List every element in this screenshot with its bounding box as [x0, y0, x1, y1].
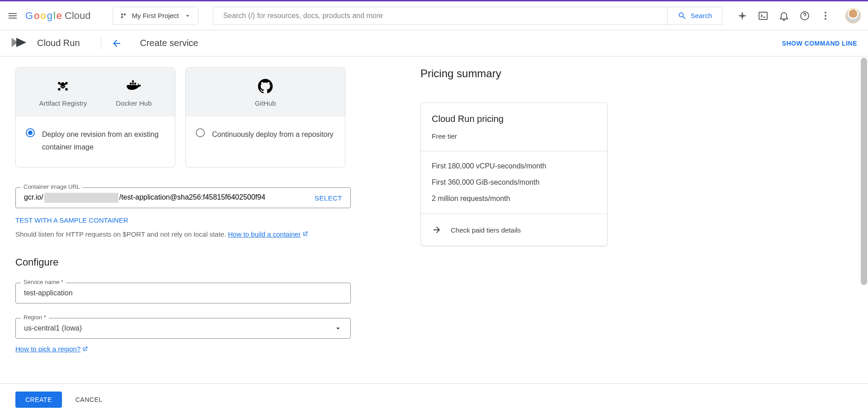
cloud-shell-icon[interactable] — [758, 10, 769, 21]
search-icon — [678, 11, 687, 20]
caret-down-icon — [334, 324, 342, 333]
svg-rect-15 — [132, 80, 134, 82]
page-scrollbar[interactable] — [861, 58, 867, 382]
redacted-project-id — [44, 193, 118, 203]
option-continuous-deploy[interactable]: Continuously deploy from a repository — [186, 117, 345, 154]
container-image-url-label: Container image URL — [21, 183, 83, 190]
svg-rect-14 — [134, 83, 136, 84]
source-artifact-registry: Artifact Registry — [39, 78, 87, 107]
more-options-icon[interactable] — [820, 10, 831, 21]
container-hint: Should listen for HTTP requests on $PORT… — [15, 229, 351, 239]
pricing-row: First 360,000 GiB-seconds/month — [432, 178, 596, 187]
how-to-pick-region-link[interactable]: How to pick a region? — [15, 345, 88, 353]
help-icon[interactable] — [799, 10, 810, 21]
test-sample-container-link[interactable]: TEST WITH A SAMPLE CONTAINER — [15, 216, 351, 224]
artifact-registry-icon — [56, 78, 70, 95]
region-select[interactable]: us-central1 (Iowa) — [15, 318, 351, 339]
pricing-free-tier: Free tier — [432, 132, 596, 140]
arrow-right-icon — [432, 225, 442, 235]
project-name: My First Project — [132, 12, 179, 19]
show-command-line-button[interactable]: SHOW COMMAND LINE — [782, 40, 857, 47]
docker-icon — [125, 78, 143, 95]
gemini-icon[interactable] — [737, 10, 748, 21]
radio-unselected-icon — [196, 128, 205, 137]
svg-rect-13 — [132, 83, 134, 84]
external-link-icon — [82, 346, 88, 352]
cloud-run-icon — [11, 37, 27, 50]
container-image-url-field[interactable]: gcr.io//test-application@sha256:f45815f6… — [15, 187, 351, 208]
account-avatar[interactable] — [845, 8, 861, 23]
create-button[interactable]: CREATE — [15, 392, 62, 408]
service-name-input[interactable] — [24, 289, 342, 297]
external-link-icon — [302, 231, 308, 237]
svg-point-0 — [121, 13, 123, 15]
pricing-row: First 180,000 vCPU-seconds/month — [432, 162, 596, 170]
arrow-back-icon — [111, 38, 122, 49]
project-picker[interactable]: My First Project — [113, 7, 198, 25]
main-menu-icon[interactable] — [7, 10, 18, 21]
product-name: Cloud Run — [37, 38, 80, 48]
pricing-card: Cloud Run pricing Free tier First 180,00… — [420, 103, 608, 246]
product-bar: Cloud Run Create service SHOW COMMAND LI… — [0, 30, 868, 56]
svg-point-7 — [825, 18, 826, 20]
pricing-title: Pricing summary — [420, 67, 608, 80]
pricing-row: 2 million requests/month — [432, 195, 596, 203]
notifications-icon[interactable] — [778, 10, 789, 21]
separator — [101, 37, 101, 50]
github-icon — [258, 78, 273, 95]
service-name-label: Service name * — [21, 279, 66, 285]
top-actions — [737, 8, 861, 23]
deploy-source-card-repository: GitHub Continuously deploy from a reposi… — [185, 67, 345, 168]
page-title: Create service — [140, 38, 198, 48]
search-input[interactable] — [213, 7, 668, 24]
search-button[interactable]: Search — [667, 7, 722, 24]
caret-down-icon — [184, 12, 192, 20]
back-button[interactable] — [111, 38, 122, 49]
option-deploy-revision[interactable]: Deploy one revision from an existing con… — [16, 117, 175, 167]
radio-selected-icon — [26, 128, 35, 137]
pricing-card-title: Cloud Run pricing — [432, 114, 596, 124]
svg-point-1 — [123, 13, 126, 15]
cancel-button[interactable]: CANCEL — [75, 396, 103, 403]
region-label: Region * — [21, 314, 49, 321]
search-bar: Search — [213, 7, 722, 25]
how-to-build-container-link[interactable]: How to build a container — [228, 230, 308, 238]
source-github: GitHub — [255, 78, 276, 107]
source-docker-hub: Docker Hub — [116, 78, 151, 107]
pricing-column: Pricing summary Cloud Run pricing Free t… — [420, 67, 608, 383]
svg-point-6 — [825, 15, 826, 17]
svg-point-2 — [121, 16, 123, 18]
svg-rect-12 — [130, 83, 132, 84]
select-image-button[interactable]: SELECT — [315, 194, 342, 202]
top-bar: Google Cloud My First Project Search — [0, 1, 868, 30]
form-column: Artifact Registry Docker Hub Deploy one … — [15, 67, 351, 383]
paid-tiers-details-link[interactable]: Check paid tiers details — [421, 214, 607, 246]
svg-point-5 — [825, 12, 826, 14]
svg-rect-3 — [759, 12, 767, 19]
deploy-source-card-container-image: Artifact Registry Docker Hub Deploy one … — [15, 67, 175, 168]
configure-heading: Configure — [15, 256, 351, 268]
footer: CREATE CANCEL — [0, 383, 868, 415]
google-cloud-logo[interactable]: Google Cloud — [25, 10, 91, 22]
